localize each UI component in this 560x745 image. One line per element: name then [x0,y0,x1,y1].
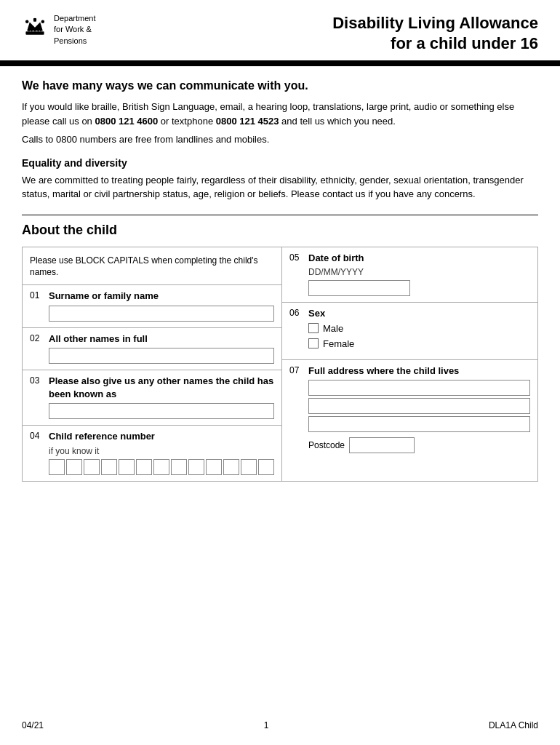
field-label-01: Surname or family name [49,290,274,303]
checkbox-male[interactable] [308,323,319,333]
svg-point-7 [31,30,32,31]
field-num-03: 03 [30,375,44,386]
ref-box-4[interactable] [101,459,117,475]
intro-para2: Calls to 0800 numbers are free from land… [22,132,538,147]
field-sex: 06 Sex Male Female [282,303,537,360]
logo-area: Department for Work & Pensions [22,13,95,47]
ref-box-1[interactable] [49,459,65,475]
field-label-03: Please also give us any other names the … [49,375,274,400]
address-line-3[interactable] [308,416,530,432]
other-names-input[interactable] [49,348,274,364]
footer: 04/21 1 DLA1A Child [22,720,538,730]
intro-heading: We have many ways we can communicate wit… [22,79,538,92]
field-label-06: Sex [308,307,530,320]
ref-box-11[interactable] [223,459,239,475]
svg-rect-5 [33,18,36,22]
field-num-05: 05 [289,252,304,263]
field-reference-number: 04 Child reference number if you know it [23,426,281,481]
dept-name: Department for Work & Pensions [54,13,95,47]
address-line-1[interactable] [308,380,530,396]
page-title: Disability Living Allowance for a child … [332,13,538,53]
ref-box-8[interactable] [171,459,187,475]
form-left: Please use BLOCK CAPITALS when completin… [23,247,282,481]
field-label-07: Full address where the child lives [308,364,530,378]
field-num-07: 07 [289,364,304,375]
other-known-names-input[interactable] [49,403,274,419]
form-right: 05 Date of birth DD/MM/YYYY 06 Sex [282,247,537,481]
equality-text: We are committed to treating people fair… [22,173,538,202]
field-surname: 01 Surname or family name [23,285,281,328]
footer-center: 1 [264,720,269,730]
field-label-02: All other names in full [49,332,274,346]
ref-box-13[interactable] [258,459,274,475]
svg-point-2 [25,20,29,23]
postcode-label: Postcode [308,440,345,450]
form-grid: Please use BLOCK CAPITALS when completin… [22,247,538,482]
field-other-names: 02 All other names in full [23,328,281,371]
field-num-04: 04 [30,430,44,441]
header: Department for Work & Pensions Disabilit… [0,0,560,63]
checkbox-male-label: Male [323,323,343,334]
content: We have many ways we can communicate wit… [0,66,560,495]
field-num-06: 06 [289,307,304,318]
footer-right: DLA1A Child [489,720,538,730]
field-label-04: Child reference number [49,430,274,443]
field-dob: 05 Date of birth DD/MM/YYYY [282,247,537,303]
ref-box-6[interactable] [136,459,152,475]
ref-box-7[interactable] [153,459,169,475]
ref-box-10[interactable] [206,459,222,475]
surname-input[interactable] [49,306,274,322]
checkbox-female-row: Female [308,338,530,349]
section-divider [22,215,538,215]
page: Department for Work & Pensions Disabilit… [0,0,560,745]
footer-left: 04/21 [22,720,44,730]
field-num-01: 01 [30,290,44,300]
svg-point-6 [28,30,30,31]
dob-input[interactable] [308,280,410,296]
form-note: Please use BLOCK CAPITALS when completin… [23,247,281,286]
ref-box-2[interactable] [66,459,82,475]
field-sublabel-04: if you know it [49,446,274,456]
field-num-02: 02 [30,332,44,343]
svg-point-10 [40,30,41,31]
svg-point-8 [34,30,36,31]
postcode-input[interactable] [349,437,415,453]
checkbox-male-row: Male [308,323,530,334]
ref-box-12[interactable] [241,459,257,475]
field-address: 07 Full address where the child lives Po… [282,360,537,460]
svg-point-4 [41,20,45,23]
ref-boxes [49,459,274,475]
postcode-row: Postcode [308,437,530,453]
crown-icon [22,13,48,39]
intro-para1: If you would like braille, British Sign … [22,100,538,128]
about-heading: About the child [22,223,538,238]
ref-box-3[interactable] [84,459,100,475]
equality-heading: Equality and diversity [22,157,538,169]
svg-point-9 [37,30,39,31]
ref-box-9[interactable] [188,459,204,475]
field-label-05: Date of birth [308,252,530,265]
svg-marker-1 [27,23,43,31]
field-other-known-names: 03 Please also give us any other names t… [23,370,281,426]
field-sublabel-05: DD/MM/YYYY [308,267,530,277]
checkbox-female[interactable] [308,338,319,348]
address-line-2[interactable] [308,398,530,414]
checkbox-female-label: Female [323,338,354,349]
ref-box-5[interactable] [119,459,135,475]
svg-rect-0 [25,31,44,35]
